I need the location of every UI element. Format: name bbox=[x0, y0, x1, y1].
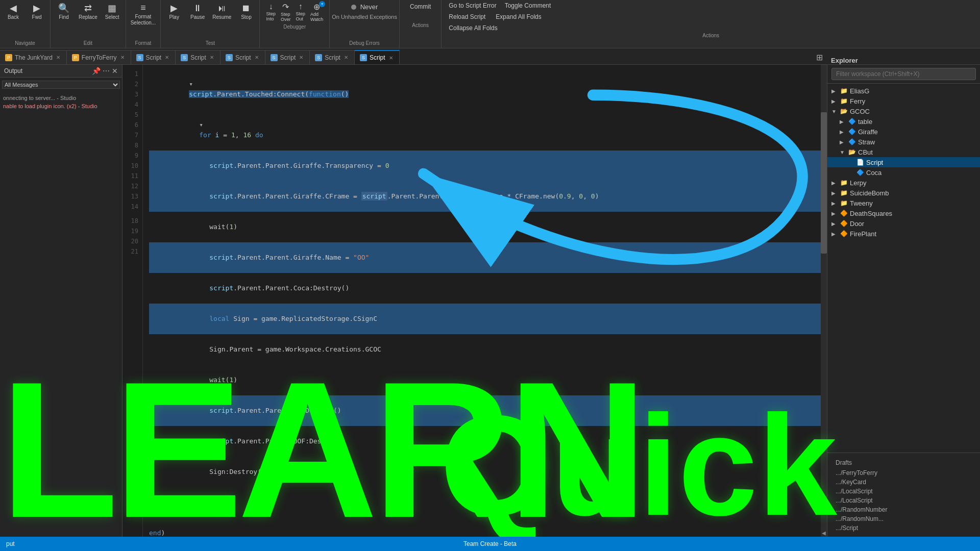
draft-ferrytoferry[interactable]: .../FerryToFerry bbox=[831, 468, 976, 478]
ln-7: 7 bbox=[122, 130, 142, 140]
reload-script-button[interactable]: Reload Script bbox=[446, 12, 488, 21]
ln-3: 3 bbox=[122, 89, 142, 99]
drafts-section: Drafts .../FerryToFerry .../KeyCard .../… bbox=[827, 453, 980, 537]
output-filter-select[interactable]: All Messages bbox=[2, 81, 120, 89]
tab-ferry-to-ferry[interactable]: P FerryToFerry ✕ bbox=[67, 50, 131, 64]
draft-randomnumber[interactable]: .../RandomNumber bbox=[831, 505, 976, 514]
tab-layout-button[interactable]: ⊞ bbox=[812, 51, 827, 64]
folder-icon-gcoc: 📂 bbox=[840, 107, 848, 115]
replace-button[interactable]: ⇄ Replace bbox=[76, 1, 100, 21]
tree-item-table[interactable]: ▶ 🔷 table bbox=[827, 116, 980, 127]
close-tab-script-3[interactable]: ✕ bbox=[254, 54, 260, 61]
tree-item-coca[interactable]: 🔷 Coca bbox=[827, 167, 980, 178]
output-more-button[interactable]: ⋯ bbox=[103, 67, 110, 75]
close-tab-ferry[interactable]: ✕ bbox=[119, 54, 126, 61]
tree-item-giraffe[interactable]: ▶ 🔷 Giraffe bbox=[827, 127, 980, 137]
code-line-16: end) bbox=[149, 528, 821, 537]
tab-script-4[interactable]: S Script ✕ bbox=[265, 50, 310, 64]
close-tab-script-active[interactable]: ✕ bbox=[388, 55, 394, 61]
code-container[interactable]: 1 2 3 4 5 6 7 8 9 10 11 12 13 14 18 19 2… bbox=[122, 65, 827, 537]
tree-item-straw[interactable]: ▶ 🔷 Straw bbox=[827, 137, 980, 147]
output-pin-button[interactable]: 📌 bbox=[92, 67, 101, 75]
code-line-4: script.Parent.Parent.Giraffe.CFrame = sc… bbox=[149, 181, 821, 212]
forward-button[interactable]: ▶ Fwd bbox=[26, 1, 48, 21]
tree-item-eliasg[interactable]: ▶ 📁 EliasG bbox=[827, 86, 980, 96]
select-button[interactable]: ▦ Select bbox=[101, 1, 124, 21]
close-tab-junkyard[interactable]: ✕ bbox=[55, 54, 61, 61]
step-out-button[interactable]: ↑ StepOut bbox=[293, 1, 307, 23]
tree-arrow-gcoc: ▼ bbox=[831, 109, 838, 114]
draft-localscript-1[interactable]: .../LocalScript bbox=[831, 487, 976, 496]
tab-the-junkyard[interactable]: P The JunkYard ✕ bbox=[0, 50, 67, 64]
tree-item-cbut[interactable]: ▼ 📂 CBut bbox=[827, 147, 980, 157]
tree-item-gcoc[interactable]: ▼ 📂 GCOC bbox=[827, 106, 980, 116]
tree-item-fireplant[interactable]: ▶ 🔶 FirePlant bbox=[827, 229, 980, 239]
pause-button[interactable]: ⏸ Pause bbox=[186, 1, 209, 21]
close-tab-script-4[interactable]: ✕ bbox=[298, 54, 304, 61]
tree-item-ferry[interactable]: ▶ 📁 Ferry bbox=[827, 96, 980, 106]
close-tab-script-2[interactable]: ✕ bbox=[209, 54, 215, 61]
play-button[interactable]: ▶ Play bbox=[163, 1, 185, 21]
fold-arrow-2[interactable]: ▾ bbox=[199, 121, 203, 129]
scroll-left-arrow[interactable]: ◀ bbox=[821, 529, 827, 537]
collapse-all-folds-button[interactable]: Collapse All Folds bbox=[446, 23, 976, 33]
main-area: Output 📌 ⋯ ✕ All Messages onnecting to s… bbox=[0, 65, 980, 537]
output-content: onnecting to server... - Studio nable to… bbox=[0, 91, 122, 537]
step-over-button[interactable]: ↷ StepOver bbox=[279, 1, 293, 23]
actions-group-label: Actions bbox=[412, 22, 429, 28]
tree-item-deathsquares[interactable]: ▶ 🔶 DeathSquares bbox=[827, 208, 980, 218]
tab-script-1[interactable]: S Script ✕ bbox=[131, 50, 176, 64]
format-button[interactable]: ≡ FormatSelection... bbox=[128, 1, 158, 28]
ln-20: 20 bbox=[122, 236, 142, 246]
model-icon-coca: 🔷 bbox=[856, 168, 864, 177]
tree-item-script-selected[interactable]: 📄 Script bbox=[827, 157, 980, 167]
step-into-button[interactable]: ↓ StepInto bbox=[264, 1, 278, 23]
format-icon: ≡ bbox=[140, 3, 146, 13]
tab-script-2[interactable]: S Script ✕ bbox=[176, 50, 220, 64]
code-line-10: wait(1) bbox=[149, 365, 821, 395]
explorer-filter bbox=[827, 65, 980, 84]
commit-button[interactable]: Commit bbox=[406, 1, 435, 12]
find-button[interactable]: 🔍 Find bbox=[53, 1, 75, 21]
back-button[interactable]: ◀ Back bbox=[2, 1, 24, 21]
draft-randomnum[interactable]: .../RandomNum... bbox=[831, 514, 976, 523]
resume-button[interactable]: ⏯ Resume bbox=[210, 1, 234, 21]
tree-arrow-deathsquares: ▶ bbox=[831, 211, 838, 216]
script-icon-tree: 📄 bbox=[856, 158, 864, 166]
draft-keycard[interactable]: .../KeyCard bbox=[831, 478, 976, 487]
add-watch-button[interactable]: ⊕ AddWatch + bbox=[308, 1, 325, 23]
tree-item-lerpy[interactable]: ▶ 📁 Lerpy bbox=[827, 178, 980, 188]
code-lines[interactable]: ▾ script.Parent.Touched:Connect(function… bbox=[143, 65, 821, 537]
fold-arrow-1[interactable]: ▾ bbox=[189, 80, 193, 88]
close-tab-script-1[interactable]: ✕ bbox=[164, 54, 170, 61]
folder-icon-tweeny: 📁 bbox=[840, 199, 848, 207]
draft-localscript-2[interactable]: .../LocalScript bbox=[831, 496, 976, 505]
stop-button[interactable]: ⏹ Stop bbox=[235, 1, 257, 21]
code-line-15 bbox=[149, 518, 821, 528]
tab-script-5[interactable]: S Script ✕ bbox=[310, 50, 355, 64]
editor-scrollbar[interactable]: ◀ bbox=[821, 65, 827, 537]
model-icon-table: 🔷 bbox=[848, 117, 856, 126]
explorer-tree: ▶ 📁 EliasG ▶ 📁 Ferry ▼ 📂 GCOC ▶ 🔷 table bbox=[827, 84, 980, 453]
explorer-filter-input[interactable] bbox=[831, 68, 976, 80]
select-icon: ▦ bbox=[108, 3, 116, 14]
tree-item-tweeny[interactable]: ▶ 📁 Tweeny bbox=[827, 198, 980, 208]
toggle-comment-button[interactable]: Toggle Comment bbox=[502, 1, 554, 10]
tab-script-active[interactable]: S Script ✕ bbox=[355, 50, 400, 64]
close-tab-script-5[interactable]: ✕ bbox=[343, 54, 349, 61]
tree-item-suicidebomb[interactable]: ▶ 📁 SuicideBomb bbox=[827, 188, 980, 198]
tree-item-door[interactable]: ▶ 🔶 Door bbox=[827, 218, 980, 229]
script-icon-1: S bbox=[136, 54, 143, 61]
go-to-script-error-button[interactable]: Go to Script Error bbox=[446, 1, 499, 10]
code-line-3: script.Parent.Parent.Giraffe.Transparenc… bbox=[149, 151, 821, 181]
expand-all-folds-button[interactable]: Expand All Folds bbox=[493, 12, 544, 21]
script-icon-2: S bbox=[181, 54, 188, 61]
tab-script-3[interactable]: S Script ✕ bbox=[220, 50, 265, 64]
editor-scrollbar-thumb[interactable] bbox=[821, 112, 827, 254]
debug-errors-label: Debug Errors bbox=[349, 39, 379, 47]
explorer-header-inline: Explorer bbox=[827, 57, 980, 64]
output-close-button[interactable]: ✕ bbox=[112, 67, 118, 75]
ln-5: 5 bbox=[122, 110, 142, 120]
on-unhandled-button[interactable]: On Unhandled Exceptions bbox=[332, 13, 397, 21]
draft-script[interactable]: .../Script bbox=[831, 523, 976, 533]
